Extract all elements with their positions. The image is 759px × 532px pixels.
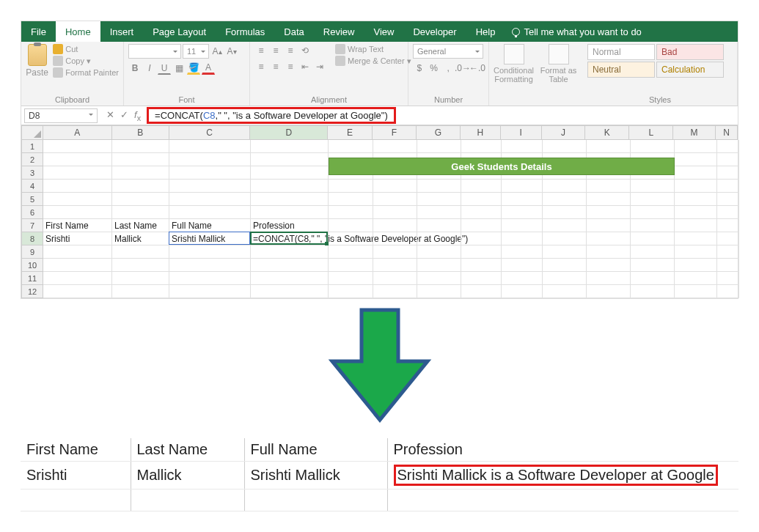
cell-A8[interactable]: Srishti: [43, 232, 112, 245]
cell-G9[interactable]: [417, 245, 461, 259]
row-header-2[interactable]: 2: [21, 153, 43, 166]
italic-button[interactable]: I: [143, 62, 156, 75]
cell-G4[interactable]: [417, 180, 461, 193]
cell-K10[interactable]: [587, 259, 631, 272]
tab-insert[interactable]: Insert: [100, 21, 144, 42]
cell-B9[interactable]: [112, 245, 169, 259]
cell-F8[interactable]: [373, 232, 417, 245]
fill-color-button[interactable]: 🪣: [187, 62, 200, 75]
row-header-5[interactable]: 5: [21, 193, 43, 206]
cell-L7[interactable]: [631, 219, 675, 232]
cell-I9[interactable]: [502, 245, 543, 259]
cell-C3[interactable]: [169, 166, 251, 180]
row-header-10[interactable]: 10: [21, 259, 43, 272]
cell-L10[interactable]: [631, 259, 675, 272]
cell-K8[interactable]: [587, 232, 631, 245]
cell-G6[interactable]: [417, 206, 461, 219]
align-middle-button[interactable]: ≡: [269, 44, 282, 57]
cell-I6[interactable]: [502, 206, 543, 219]
cell-B2[interactable]: [112, 153, 169, 166]
cell-L4[interactable]: [631, 180, 675, 193]
style-normal[interactable]: Normal: [587, 44, 655, 60]
row-header-6[interactable]: 6: [21, 206, 43, 219]
cell-J12[interactable]: [543, 285, 587, 298]
cell-H6[interactable]: [461, 206, 502, 219]
cell-K9[interactable]: [587, 245, 631, 259]
cell-A7[interactable]: First Name: [43, 219, 112, 232]
cell-B6[interactable]: [112, 206, 169, 219]
cell-L11[interactable]: [631, 272, 675, 285]
col-header-E[interactable]: E: [328, 125, 373, 140]
cell-H5[interactable]: [461, 193, 502, 206]
dec-decimal-button[interactable]: ←.0: [471, 62, 484, 75]
cell-F7[interactable]: [373, 219, 417, 232]
cell-N8[interactable]: [717, 232, 739, 245]
cell-G10[interactable]: [417, 259, 461, 272]
accounting-button[interactable]: $: [413, 62, 426, 75]
cell-I5[interactable]: [502, 193, 543, 206]
inc-decimal-button[interactable]: .0→: [456, 62, 469, 75]
cell-H7[interactable]: [461, 219, 502, 232]
font-color-button[interactable]: A: [202, 62, 215, 75]
cell-I8[interactable]: [502, 232, 543, 245]
cell-H11[interactable]: [461, 272, 502, 285]
cell-M9[interactable]: [675, 245, 717, 259]
cell-N10[interactable]: [717, 259, 739, 272]
cell-C2[interactable]: [169, 153, 251, 166]
cell-H9[interactable]: [461, 245, 502, 259]
tab-formulas[interactable]: Formulas: [216, 21, 274, 42]
cell-E11[interactable]: [329, 272, 373, 285]
style-calculation[interactable]: Calculation: [656, 62, 724, 78]
cell-L12[interactable]: [631, 285, 675, 298]
cell-I11[interactable]: [502, 272, 543, 285]
cell-K4[interactable]: [587, 180, 631, 193]
tab-review[interactable]: Review: [314, 21, 364, 42]
cell-D3[interactable]: [251, 166, 329, 180]
cell-A11[interactable]: [43, 272, 112, 285]
cell-J10[interactable]: [543, 259, 587, 272]
cell-J7[interactable]: [543, 219, 587, 232]
cell-D10[interactable]: [251, 259, 329, 272]
name-box[interactable]: D8: [24, 108, 98, 123]
cell-E5[interactable]: [329, 193, 373, 206]
merge-center-button[interactable]: Merge & Center ▾: [335, 56, 411, 66]
row-header-11[interactable]: 11: [21, 272, 43, 285]
cell-M12[interactable]: [675, 285, 717, 298]
cell-K12[interactable]: [587, 285, 631, 298]
cell-K7[interactable]: [587, 219, 631, 232]
cell-B3[interactable]: [112, 166, 169, 180]
row-header-3[interactable]: 3: [21, 166, 43, 180]
col-header-F[interactable]: F: [373, 125, 417, 140]
cell-H10[interactable]: [461, 259, 502, 272]
comma-button[interactable]: ,: [441, 62, 455, 75]
row-header-7[interactable]: 7: [21, 219, 43, 232]
cell-A9[interactable]: [43, 245, 112, 259]
cell-J6[interactable]: [543, 206, 587, 219]
cell-K11[interactable]: [587, 272, 631, 285]
cell-D5[interactable]: [251, 193, 329, 206]
cell-C12[interactable]: [169, 285, 251, 298]
border-button[interactable]: ▦: [172, 62, 186, 75]
cell-C5[interactable]: [169, 193, 251, 206]
align-right-button[interactable]: ≡: [284, 60, 297, 73]
cell-D6[interactable]: [251, 206, 329, 219]
cell-K1[interactable]: [587, 140, 631, 153]
cell-M2[interactable]: [675, 153, 717, 166]
tab-help[interactable]: Help: [466, 21, 505, 42]
cell-C4[interactable]: [169, 180, 251, 193]
cell-N9[interactable]: [717, 245, 739, 259]
cell-A4[interactable]: [43, 180, 112, 193]
cell-N6[interactable]: [717, 206, 739, 219]
cell-D11[interactable]: [251, 272, 329, 285]
cell-E7[interactable]: [329, 219, 373, 232]
conditional-formatting-button[interactable]: Conditional Formatting: [494, 44, 534, 103]
cell-H1[interactable]: [461, 140, 502, 153]
cell-I12[interactable]: [502, 285, 543, 298]
cell-A12[interactable]: [43, 285, 112, 298]
cell-E6[interactable]: [329, 206, 373, 219]
col-header-B[interactable]: B: [112, 125, 169, 140]
cell-H12[interactable]: [461, 285, 502, 298]
align-left-button[interactable]: ≡: [254, 60, 268, 73]
cell-M8[interactable]: [675, 232, 717, 245]
cell-G1[interactable]: [417, 140, 461, 153]
